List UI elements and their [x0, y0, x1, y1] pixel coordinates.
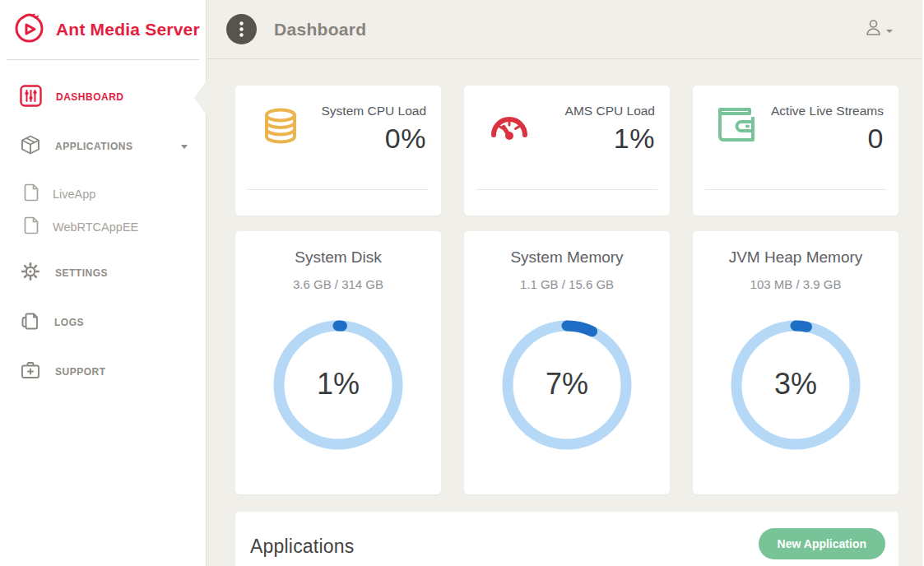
gauge-percent: 7% — [499, 367, 634, 401]
sidebar-item-dashboard[interactable]: DASHBOARD — [0, 83, 206, 111]
active-item-notch — [194, 81, 207, 115]
top-bar: Dashboard — [207, 0, 924, 59]
applications-sub-list: LiveApp WebRTCAppEE — [0, 182, 206, 239]
kebab-menu-icon — [239, 21, 244, 37]
stat-label: Active Live Streams — [760, 102, 884, 120]
stat-value: 1% — [532, 123, 655, 155]
ant-media-logo-icon — [12, 12, 48, 48]
sidebar-item-logs[interactable]: LOGS — [0, 309, 206, 336]
gauge-subtitle: 103 MB / 3.9 GB — [693, 277, 898, 291]
stat-label: AMS CPU Load — [532, 102, 655, 120]
new-application-button[interactable]: New Application — [759, 528, 885, 559]
gauge-subtitle: 1.1 GB / 15.6 GB — [464, 277, 670, 291]
sidebar-item-label: LiveApp — [53, 188, 95, 201]
sidebar-item-label: SETTINGS — [55, 267, 108, 279]
sidebar-item-settings[interactable]: SETTINGS — [0, 259, 206, 287]
donut-gauge: 3% — [728, 318, 863, 452]
sidebar-item-support[interactable]: SUPPORT — [0, 358, 206, 386]
stat-value: 0 — [760, 123, 884, 155]
stat-card-system-cpu: System CPU Load 0% — [235, 86, 441, 216]
sidebar-item-label: WebRTCAppEE — [53, 220, 138, 234]
sidebar: Ant Media Server — [0, 0, 207, 566]
gauge-card-jvm-heap: JVM Heap Memory 103 MB / 3.9 GB 3% — [693, 231, 898, 494]
gear-icon — [20, 261, 41, 285]
sidebar-item-applications[interactable]: APPLICATIONS — [0, 132, 206, 160]
gauge-title: System Disk — [235, 248, 441, 267]
brand-logo-row[interactable]: Ant Media Server — [0, 0, 206, 59]
applications-panel: Applications New Application — [235, 512, 898, 566]
sliders-icon — [20, 85, 42, 110]
gauge-subtitle: 3.6 GB / 314 GB — [235, 277, 441, 291]
sidebar-item-label: LOGS — [54, 317, 84, 328]
sidebar-item-liveapp[interactable]: LiveApp — [0, 182, 206, 206]
database-icon — [259, 105, 302, 151]
speedometer-icon — [488, 105, 531, 150]
divider — [248, 189, 429, 190]
wallet-icon — [717, 105, 759, 148]
main-area: Dashboard — [207, 0, 924, 566]
stat-card-ams-cpu: AMS CPU Load 1% — [464, 86, 670, 216]
divider — [705, 189, 886, 190]
donut-gauge: 1% — [271, 318, 406, 452]
stat-cards-row: System CPU Load 0% — [235, 86, 898, 216]
package-icon — [20, 134, 41, 159]
gauge-card-system-disk: System Disk 3.6 GB / 314 GB 1% — [235, 231, 441, 494]
user-menu[interactable] — [864, 18, 893, 40]
user-icon — [864, 18, 883, 40]
sidebar-item-label: DASHBOARD — [56, 91, 124, 103]
donut-gauge: 7% — [499, 318, 634, 452]
page-title: Dashboard — [274, 20, 366, 39]
menu-dots-button[interactable] — [226, 14, 257, 44]
first-aid-kit-icon — [20, 360, 41, 384]
stat-value: 0% — [303, 123, 426, 155]
gauge-cards-row: System Disk 3.6 GB / 314 GB 1% System Me… — [235, 231, 898, 494]
log-document-icon — [20, 311, 40, 335]
file-icon — [24, 183, 39, 205]
gauge-percent: 3% — [728, 367, 863, 401]
sidebar-nav: DASHBOARD APPLICATIONS — [0, 60, 206, 386]
gauge-title: JVM Heap Memory — [693, 248, 898, 267]
dashboard-content: System CPU Load 0% — [207, 59, 924, 566]
file-icon — [24, 216, 39, 238]
divider — [476, 189, 657, 190]
chevron-down-icon — [886, 30, 893, 33]
gauge-title: System Memory — [464, 248, 670, 267]
brand-name: Ant Media Server — [56, 20, 200, 39]
sidebar-item-label: SUPPORT — [55, 366, 106, 378]
chevron-down-icon[interactable] — [181, 145, 188, 149]
applications-title: Applications — [250, 536, 354, 558]
stat-label: System CPU Load — [303, 102, 426, 120]
sidebar-item-label: APPLICATIONS — [55, 141, 132, 152]
gauge-card-system-memory: System Memory 1.1 GB / 15.6 GB 7% — [464, 231, 670, 494]
stat-card-active-streams: Active Live Streams 0 — [693, 86, 898, 216]
sidebar-item-webrtcappee[interactable]: WebRTCAppEE — [0, 215, 206, 239]
gauge-percent: 1% — [271, 367, 406, 401]
